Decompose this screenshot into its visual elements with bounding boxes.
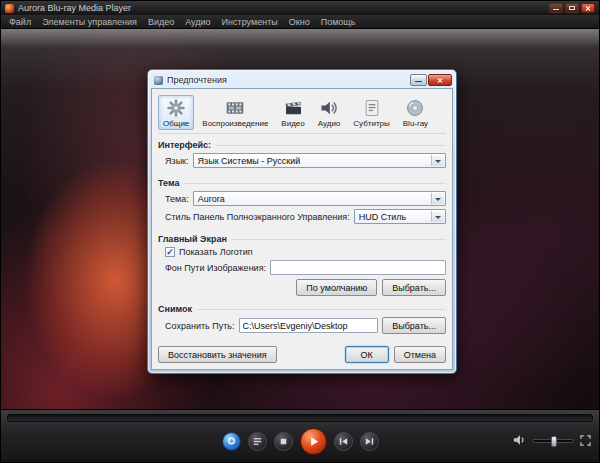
tab-playback[interactable]: Воспроизведение xyxy=(197,95,273,130)
section-snapshot: Снимок Сохранить Путь: Выбрать... xyxy=(158,304,446,334)
default-button[interactable]: По умолчанию xyxy=(296,279,377,296)
app-window: Aurora Blu-ray Media Player Файл Элемент… xyxy=(0,0,600,463)
tab-video-label: Видео xyxy=(281,119,304,128)
background-image-path-input[interactable] xyxy=(270,260,446,275)
dialog-title: Предпочтения xyxy=(167,75,227,85)
fullscreen-style-label: Стиль Панель Полноэкранного Управления: xyxy=(165,212,350,222)
playlist-button[interactable] xyxy=(248,432,267,451)
section-interface: Интерфейс: Язык: Язык Системы - Русский xyxy=(158,140,446,168)
previous-button[interactable] xyxy=(334,432,353,451)
background-path-label: Фон Пути Изображения: xyxy=(165,263,266,273)
stop-button[interactable] xyxy=(274,432,293,451)
theme-select[interactable]: Aurora xyxy=(193,191,446,206)
tab-video[interactable]: Видео xyxy=(276,95,309,130)
section-snapshot-title: Снимок xyxy=(158,304,192,314)
section-theme-title: Тема xyxy=(158,178,179,188)
window-close-button[interactable] xyxy=(581,3,595,13)
section-theme: Тема Тема: Aurora Стиль Панель Полноэкра… xyxy=(158,178,446,224)
dialog-footer: Восстановить значения ОК Отмена xyxy=(158,346,446,363)
tab-general-label: Общие xyxy=(163,119,189,128)
dialog-close-button[interactable] xyxy=(428,74,452,86)
open-media-button[interactable] xyxy=(222,432,241,451)
tab-subtitles[interactable]: Субтитры xyxy=(348,95,394,130)
choose-snapshot-path-button[interactable]: Выбрать... xyxy=(382,317,446,334)
next-button[interactable] xyxy=(360,432,379,451)
fullscreen-style-select[interactable]: HUD Стиль xyxy=(354,209,446,224)
window-maximize-button[interactable] xyxy=(565,3,579,13)
tab-audio-label: Аудио xyxy=(318,119,341,128)
fullscreen-style-select-value: HUD Стиль xyxy=(359,212,407,222)
subtitles-icon xyxy=(362,98,382,118)
play-button[interactable] xyxy=(300,428,327,455)
menu-tools[interactable]: Инструменты xyxy=(222,17,278,27)
section-main-screen: Главный Экран ✓ Показать Логотип Фон Пут… xyxy=(158,234,446,296)
play-icon xyxy=(307,435,320,448)
volume-slider-thumb[interactable] xyxy=(551,436,557,447)
menu-bar: Файл Элементы управления Видео Аудио Инс… xyxy=(1,15,599,29)
menu-audio[interactable]: Аудио xyxy=(185,17,210,27)
transport-controls xyxy=(1,428,599,455)
fullscreen-button[interactable] xyxy=(580,432,591,450)
language-select[interactable]: Язык Системы - Русский xyxy=(193,153,446,168)
playlist-icon xyxy=(252,436,263,447)
section-main-screen-title: Главный Экран xyxy=(158,234,227,244)
window-title: Aurora Blu-ray Media Player xyxy=(18,3,131,13)
previous-icon xyxy=(338,436,349,447)
section-interface-title: Интерфейс: xyxy=(158,140,211,150)
divider xyxy=(197,309,446,310)
tab-bluray[interactable]: Blu-ray xyxy=(398,95,433,130)
stop-icon xyxy=(278,436,289,447)
divider xyxy=(184,183,446,184)
theme-label: Тема: xyxy=(165,194,189,204)
tab-bluray-label: Blu-ray xyxy=(403,119,428,128)
dialog-icon xyxy=(154,76,163,85)
preferences-tab-bar: Общие Воспроизведение Видео xyxy=(158,94,446,134)
next-icon xyxy=(364,436,375,447)
filmstrip-icon xyxy=(225,98,245,118)
dialog-caption-buttons xyxy=(410,74,452,86)
app-icon xyxy=(5,4,14,13)
clapperboard-icon xyxy=(283,98,303,118)
language-select-value: Язык Системы - Русский xyxy=(198,156,301,166)
menu-file[interactable]: Файл xyxy=(9,17,31,27)
dialog-minimize-button[interactable] xyxy=(410,74,427,86)
volume-cluster xyxy=(513,432,591,450)
speaker-icon xyxy=(319,98,339,118)
language-label: Язык: xyxy=(165,156,189,166)
dialog-body: Общие Воспроизведение Видео xyxy=(151,88,453,370)
tab-subtitles-label: Субтитры xyxy=(353,119,389,128)
choose-background-button[interactable]: Выбрать... xyxy=(382,279,446,296)
restore-defaults-button[interactable]: Восстановить значения xyxy=(158,346,277,363)
menu-video[interactable]: Видео xyxy=(148,17,174,27)
gear-icon xyxy=(166,98,186,118)
window-minimize-button[interactable] xyxy=(549,3,563,13)
chevron-down-icon xyxy=(431,211,444,222)
disc-icon xyxy=(405,98,425,118)
seek-bar[interactable] xyxy=(7,414,593,422)
preferences-dialog: Предпочтения Общие Воспро xyxy=(147,69,457,374)
menu-window[interactable]: Окно xyxy=(289,17,310,27)
snapshot-path-label: Сохранить Путь: xyxy=(165,321,235,331)
window-titlebar: Aurora Blu-ray Media Player xyxy=(1,1,599,15)
tab-audio[interactable]: Аудио xyxy=(313,95,346,130)
ok-button[interactable]: ОК xyxy=(345,346,389,363)
divider xyxy=(216,145,446,146)
cancel-button[interactable]: Отмена xyxy=(394,346,446,363)
theme-select-value: Aurora xyxy=(198,194,225,204)
tab-general[interactable]: Общие xyxy=(158,95,194,130)
chevron-down-icon xyxy=(431,193,444,204)
dialog-titlebar[interactable]: Предпочтения xyxy=(151,73,453,88)
menu-help[interactable]: Помощь xyxy=(321,17,356,27)
volume-icon[interactable] xyxy=(513,432,526,450)
playback-control-bar xyxy=(1,409,599,462)
chevron-down-icon xyxy=(431,155,444,166)
volume-slider[interactable] xyxy=(532,439,574,443)
divider xyxy=(232,239,446,240)
menu-controls[interactable]: Элементы управления xyxy=(42,17,137,27)
open-media-icon xyxy=(226,436,237,447)
show-logo-checkbox[interactable]: ✓ xyxy=(165,247,175,257)
window-controls xyxy=(549,3,595,13)
snapshot-path-input[interactable] xyxy=(239,318,379,333)
checkmark-icon: ✓ xyxy=(166,248,174,257)
show-logo-label: Показать Логотип xyxy=(179,247,253,257)
